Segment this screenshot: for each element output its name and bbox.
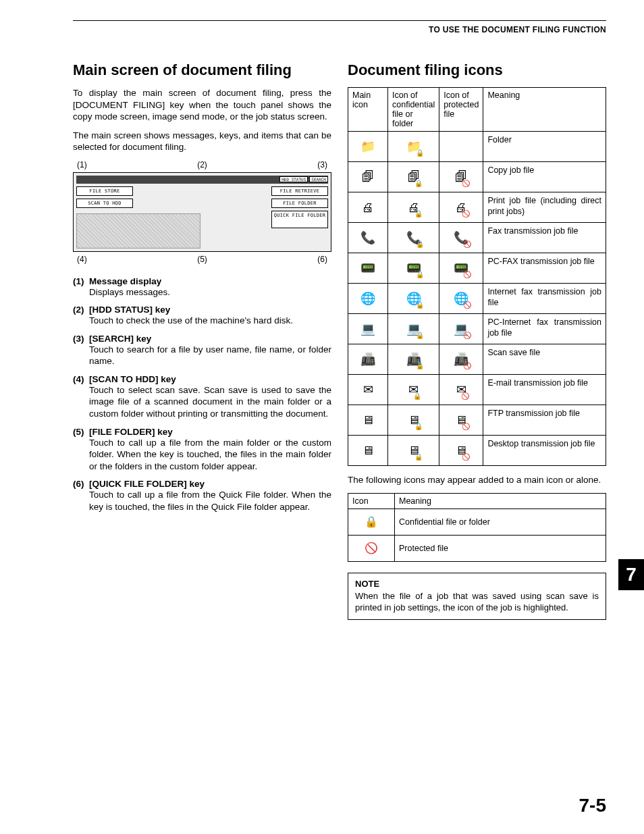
- ann-2: (2): [197, 160, 207, 170]
- icon-meaning: PC-FAX transmission job file: [483, 253, 606, 284]
- confidential-icon: 📁🔒: [388, 132, 439, 162]
- def-desc: Displays messages.: [89, 286, 331, 298]
- main-icon: 🗐: [348, 162, 388, 192]
- def-desc: Touch to call up a file from the Quick F…: [89, 489, 331, 513]
- def-num: (2): [73, 305, 89, 327]
- confidential-icon: 📟🔒: [388, 253, 439, 284]
- search-key: SEARCH: [309, 176, 328, 182]
- screen-diagram: (1) (2) (3) HDD STATUS SEARCH FILE STORE…: [73, 160, 331, 264]
- left-p2: The main screen shows messages, keys, an…: [73, 130, 331, 153]
- def-title: [SEARCH] key: [89, 334, 331, 344]
- icon-meaning: PC-Internet fax transmission job file: [483, 314, 606, 344]
- protected-icon: [439, 132, 483, 162]
- icon-row: ✉✉🔒✉🚫E-mail transmission job file: [348, 375, 606, 405]
- ann-4: (4): [77, 255, 87, 264]
- th-conf-icon: Icon of confidential file or folder: [388, 88, 439, 132]
- ann-1: (1): [77, 160, 87, 170]
- confidential-icon: ✉🔒: [388, 375, 439, 405]
- confidential-icon: 📠🔒: [388, 344, 439, 375]
- file-store-key: FILE STORE: [76, 186, 133, 196]
- th2-meaning: Meaning: [395, 493, 606, 509]
- confidential-icon: 🖨🔒: [388, 192, 439, 223]
- confidential-icon: 💻🔒: [388, 314, 439, 344]
- quick-file-folder-key: QUICK FILE FOLDER: [271, 211, 328, 228]
- main-icon: 💻: [348, 314, 388, 344]
- def-title: [SCAN TO HDD] key: [89, 374, 331, 384]
- note-body: When the file of a job that was saved us…: [355, 590, 599, 614]
- definition-item: (5)[FILE FOLDER] keyTouch to call up a f…: [73, 427, 331, 473]
- protected-icon: 🖥🚫: [439, 436, 483, 466]
- definition-item: (6)[QUICK FILE FOLDER] keyTouch to call …: [73, 479, 331, 513]
- definitions-list: (1)Message displayDisplays messages.(2)[…: [73, 276, 331, 513]
- confidential-icon: 🌐🔒: [388, 284, 439, 314]
- def-desc: Touch to call up a file from the main fo…: [89, 437, 331, 473]
- icon-meaning: FTP transmission job file: [483, 405, 606, 436]
- protected-icon: ✉🚫: [439, 375, 483, 405]
- protected-icon: 🖨🚫: [439, 192, 483, 223]
- main-icon: 📟: [348, 253, 388, 284]
- th-main-icon: Main icon: [348, 88, 388, 132]
- scan-to-hdd-key: SCAN TO HDD: [76, 199, 133, 208]
- protected-icon: 📠🚫: [439, 344, 483, 375]
- note-title: NOTE: [355, 579, 599, 589]
- modifier-row: 🚫Protected file: [348, 535, 606, 561]
- def-desc: Touch to check the use of the machine's …: [89, 315, 331, 327]
- icon-row: 💻💻🔒💻🚫PC-Internet fax transmission job fi…: [348, 314, 606, 344]
- def-title: [FILE FOLDER] key: [89, 427, 331, 437]
- icon-row: 🌐🌐🔒🌐🚫Internet fax transmission job file: [348, 284, 606, 314]
- icon-meaning: Print job file (including direct print j…: [483, 192, 606, 223]
- def-num: (1): [73, 276, 89, 298]
- icons-table: Main icon Icon of confidential file or f…: [348, 87, 606, 466]
- definition-item: (3)[SEARCH] keyTouch to search for a fil…: [73, 334, 331, 367]
- icon-row: 📁📁🔒Folder: [348, 132, 606, 162]
- modifier-icons-table: Icon Meaning 🔒Confidential file or folde…: [348, 493, 606, 562]
- def-num: (3): [73, 334, 89, 367]
- protected-icon: 🖥🚫: [439, 405, 483, 436]
- icon-meaning: Internet fax transmission job file: [483, 284, 606, 314]
- def-title: [QUICK FILE FOLDER] key: [89, 479, 331, 489]
- ann-3: (3): [317, 160, 327, 170]
- icon-meaning: Folder: [483, 132, 606, 162]
- definition-item: (1)Message displayDisplays messages.: [73, 276, 331, 298]
- confidential-icon: 🗐🔒: [388, 162, 439, 192]
- ann-5: (5): [197, 255, 207, 264]
- page-number: 7-5: [579, 795, 606, 816]
- file-retrieve-key: FILE RETRIEVE: [271, 186, 328, 196]
- running-header: TO USE THE DOCUMENT FILING FUNCTION: [73, 25, 606, 34]
- icon-row: 🗐🗐🔒🗐🚫Copy job file: [348, 162, 606, 192]
- th2-icon: Icon: [348, 493, 395, 509]
- left-title: Main screen of document filing: [73, 61, 331, 79]
- def-title: Message display: [89, 276, 331, 286]
- icon-meaning: Copy job file: [483, 162, 606, 192]
- protected-icon: 🌐🚫: [439, 284, 483, 314]
- icon-meaning: Scan save file: [483, 344, 606, 375]
- after-table-text: The following icons may appear added to …: [348, 474, 606, 486]
- file-folder-key: FILE FOLDER: [271, 199, 328, 208]
- icon-meaning: Desktop transmission job file: [483, 436, 606, 466]
- protected-icon: 📟🚫: [439, 253, 483, 284]
- main-icon: 🖨: [348, 192, 388, 223]
- left-p1: To display the main screen of document f…: [73, 87, 331, 123]
- printer-image: [76, 213, 200, 249]
- definition-item: (4)[SCAN TO HDD] keyTouch to select scan…: [73, 374, 331, 420]
- icon-row: 🖥🖥🔒🖥🚫FTP transmission job file: [348, 405, 606, 436]
- left-column: Main screen of document filing To displa…: [73, 61, 331, 620]
- icon-row: 📞📞🔒📞🚫Fax transmission job file: [348, 223, 606, 253]
- protected-icon: 💻🚫: [439, 314, 483, 344]
- def-num: (6): [73, 479, 89, 513]
- right-column: Document filing icons Main icon Icon of …: [348, 61, 606, 620]
- def-desc: Touch to search for a file by user name,…: [89, 344, 331, 367]
- chapter-tab: 7: [618, 559, 644, 590]
- note-box: NOTE When the file of a job that was sav…: [348, 573, 606, 620]
- main-icon: 🌐: [348, 284, 388, 314]
- th-prot-icon: Icon of protected file: [439, 88, 483, 132]
- protected-icon: 📞🚫: [439, 223, 483, 253]
- hdd-status-key: HDD STATUS: [279, 176, 308, 182]
- modifier-meaning: Confidential file or folder: [395, 509, 606, 535]
- confidential-icon: 📞🔒: [388, 223, 439, 253]
- modifier-meaning: Protected file: [395, 535, 606, 561]
- right-title: Document filing icons: [348, 61, 606, 79]
- icon-row: 📟📟🔒📟🚫PC-FAX transmission job file: [348, 253, 606, 284]
- main-icon: ✉: [348, 375, 388, 405]
- main-icon: 📠: [348, 344, 388, 375]
